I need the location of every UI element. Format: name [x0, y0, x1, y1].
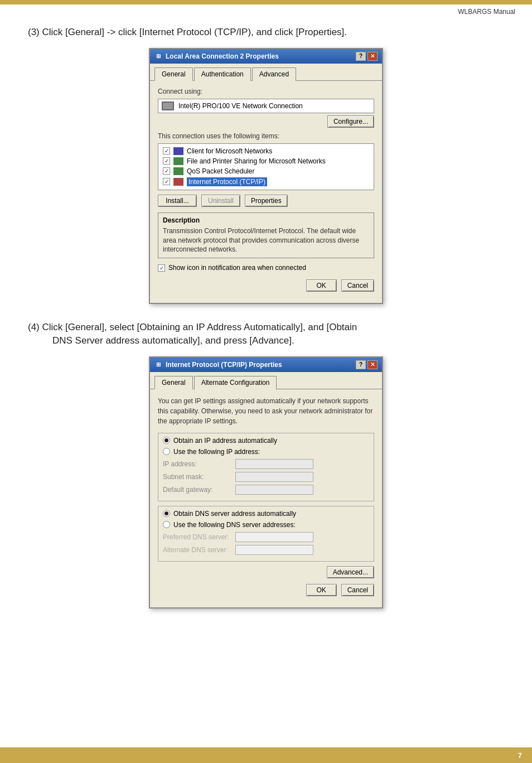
device-name: Intel(R) PRO/100 VE Network Connection	[178, 102, 303, 110]
ok-button2[interactable]: OK	[306, 584, 337, 596]
radio-use-ip: Use the following IP address:	[163, 448, 369, 456]
preferred-dns-row: Preferred DNS server:	[163, 532, 369, 542]
item-label-tcp[interactable]: Internet Protocol (TCP/IP)	[187, 177, 267, 186]
ip-fields-group: IP address: Subnet mask: Default gateway…	[163, 459, 369, 495]
connect-using-label: Connect using:	[158, 88, 374, 95]
iup-btn-row: Install... Uninstall Properties	[158, 195, 374, 207]
alternate-dns-label: Alternate DNS server:	[163, 546, 235, 554]
ip-address-row: IP address:	[163, 459, 369, 469]
tab4-alternate[interactable]: Alternate Configuration	[194, 376, 277, 389]
step3-title-bar: ⊞ Local Area Connection 2 Properties ? ✕	[150, 49, 382, 64]
main-content: (3) Click [General] -> click [Internet P…	[28, 17, 504, 625]
close-button2[interactable]: ✕	[367, 360, 378, 369]
radio-obtain-dns: Obtain DNS server address automatically	[163, 510, 369, 518]
radio-use-dns-btn[interactable]	[163, 521, 170, 528]
device-row: Intel(R) PRO/100 VE Network Connection	[158, 99, 374, 113]
preferred-dns-label: Preferred DNS server:	[163, 533, 235, 541]
uninstall-button[interactable]: Uninstall	[201, 195, 240, 207]
show-icon-checkbox[interactable]: ✓	[158, 264, 165, 272]
ip-options-group: Obtain an IP address automatically Use t…	[158, 433, 374, 501]
step4-ok-cancel-row: OK Cancel	[158, 584, 374, 601]
advanced-button[interactable]: Advanced...	[327, 566, 374, 578]
items-label: This connection uses the following items…	[158, 132, 374, 140]
list-item: ✓ File and Printer Sharing for Microsoft…	[163, 157, 369, 165]
checkbox-client[interactable]: ✓	[163, 147, 170, 154]
network-icon: ⊞	[154, 52, 162, 60]
dns-fields-group: Preferred DNS server: Alternate DNS serv…	[163, 532, 369, 555]
radio-obtain-dns-label: Obtain DNS server address automatically	[173, 510, 296, 518]
step4-title-bar: ⊞ Internet Protocol (TCP/IP) Properties …	[150, 358, 382, 372]
items-list: ✓ Client for Microsoft Networks ✓ File a…	[158, 143, 374, 190]
radio-use-dns: Use the following DNS server addresses:	[163, 521, 369, 529]
tab-general[interactable]: General	[154, 67, 193, 81]
item-label-client: Client for Microsoft Networks	[187, 147, 272, 155]
tab-authentication[interactable]: Authentication	[194, 67, 251, 81]
cancel-button2[interactable]: Cancel	[341, 584, 374, 596]
step4-heading-line2: DNS Server address automatically], and p…	[28, 334, 504, 347]
default-gateway-input[interactable]	[235, 485, 313, 495]
info-text: You can get IP settings assigned automat…	[158, 396, 374, 426]
step3-dialog-wrapper: ⊞ Local Area Connection 2 Properties ? ✕…	[28, 48, 504, 304]
help-button2[interactable]: ?	[356, 360, 366, 369]
radio-use-dns-label: Use the following DNS server addresses:	[173, 521, 296, 529]
step4-dialog-title: Internet Protocol (TCP/IP) Properties	[166, 361, 282, 369]
configure-btn-row: Configure...	[158, 115, 374, 128]
manual-title: WLBARGS Manual	[458, 8, 515, 16]
checkbox-qos[interactable]: ✓	[163, 167, 170, 175]
network-icon	[173, 147, 183, 155]
cancel-button[interactable]: Cancel	[341, 279, 374, 292]
ok-button[interactable]: OK	[306, 279, 337, 292]
step4-heading-line1: (4) Click [General], select [Obtaining a…	[28, 321, 504, 334]
protocol-icon	[173, 178, 183, 186]
checkbox-tcp[interactable]: ✓	[163, 178, 170, 185]
subnet-mask-label: Subnet mask:	[163, 473, 235, 481]
step3-tabs-row: General Authentication Advanced	[150, 64, 382, 80]
step3-dialog-body: Connect using: Intel(R) PRO/100 VE Netwo…	[150, 80, 382, 303]
printer-icon	[173, 157, 183, 165]
footer-bar: 7	[0, 747, 532, 763]
description-title: Description	[163, 216, 369, 224]
dns-options-group: Obtain DNS server address automatically …	[158, 506, 374, 562]
subnet-mask-input[interactable]	[235, 472, 313, 482]
help-button[interactable]: ?	[356, 52, 366, 61]
step4-title-left: ⊞ Internet Protocol (TCP/IP) Properties	[154, 361, 282, 369]
item-label-printer: File and Printer Sharing for Microsoft N…	[187, 157, 326, 165]
step3-ok-cancel-row: OK Cancel	[158, 279, 374, 296]
advanced-btn-row: Advanced...	[158, 566, 374, 578]
install-button[interactable]: Install...	[158, 195, 197, 207]
show-icon-label: Show icon in notification area when conn…	[168, 264, 306, 272]
item-label-qos: QoS Packet Scheduler	[187, 167, 254, 175]
alternate-dns-input[interactable]	[235, 545, 313, 555]
configure-button[interactable]: Configure...	[327, 115, 374, 128]
qos-icon	[173, 167, 183, 175]
header-bar	[0, 0, 532, 4]
close-button[interactable]: ✕	[367, 52, 378, 61]
tab-advanced[interactable]: Advanced	[252, 67, 296, 81]
step4-dialog-body: You can get IP settings assigned automat…	[150, 389, 382, 607]
radio-obtain-ip-btn[interactable]	[163, 437, 170, 444]
radio-obtain-ip: Obtain an IP address automatically	[163, 437, 369, 445]
show-icon-row: ✓ Show icon in notification area when co…	[158, 264, 374, 272]
tab4-general[interactable]: General	[154, 376, 193, 389]
device-icon	[162, 102, 174, 110]
radio-obtain-ip-label: Obtain an IP address automatically	[173, 437, 277, 445]
list-item: ✓ QoS Packet Scheduler	[163, 167, 369, 175]
radio-use-ip-label: Use the following IP address:	[173, 448, 260, 456]
ip-address-input[interactable]	[235, 459, 313, 469]
preferred-dns-input[interactable]	[235, 532, 313, 542]
step4-tabs-row: General Alternate Configuration	[150, 372, 382, 389]
radio-obtain-dns-btn[interactable]	[163, 510, 170, 517]
step4-dialog-wrapper: ⊞ Internet Protocol (TCP/IP) Properties …	[28, 356, 504, 609]
network-icon2: ⊞	[154, 361, 162, 369]
default-gateway-row: Default gateway:	[163, 485, 369, 495]
step4-dialog-controls: ? ✕	[356, 360, 378, 369]
default-gateway-label: Default gateway:	[163, 486, 235, 494]
step3-dialog: ⊞ Local Area Connection 2 Properties ? ✕…	[149, 48, 383, 304]
description-text: Transmission Control Protocol/Internet P…	[163, 226, 369, 254]
step4-heading-block: (4) Click [General], select [Obtaining a…	[28, 321, 504, 347]
properties-button[interactable]: Properties	[245, 195, 288, 207]
alternate-dns-row: Alternate DNS server:	[163, 545, 369, 555]
step4-dialog: ⊞ Internet Protocol (TCP/IP) Properties …	[149, 356, 383, 609]
checkbox-printer[interactable]: ✓	[163, 157, 170, 165]
radio-use-ip-btn[interactable]	[163, 448, 170, 455]
